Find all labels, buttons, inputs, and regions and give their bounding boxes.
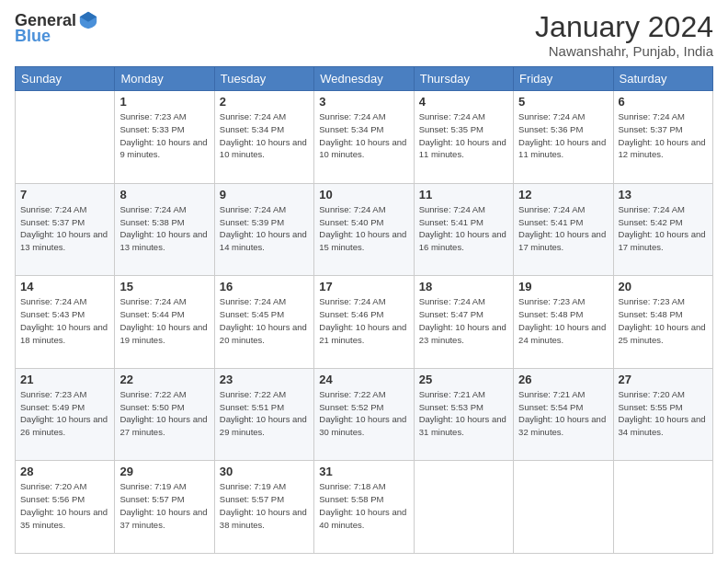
col-tuesday: Tuesday bbox=[214, 67, 313, 91]
calendar-cell: 23Sunrise: 7:22 AMSunset: 5:51 PMDayligh… bbox=[214, 368, 313, 461]
day-number: 7 bbox=[20, 188, 109, 201]
day-number: 31 bbox=[319, 465, 408, 478]
calendar-cell: 18Sunrise: 7:24 AMSunset: 5:47 PMDayligh… bbox=[414, 276, 513, 369]
calendar-cell: 3Sunrise: 7:24 AMSunset: 5:34 PMDaylight… bbox=[314, 91, 414, 184]
day-info: Sunrise: 7:24 AMSunset: 5:41 PMDaylight:… bbox=[419, 203, 508, 254]
day-info: Sunrise: 7:24 AMSunset: 5:44 PMDaylight:… bbox=[119, 295, 209, 346]
day-number: 21 bbox=[20, 373, 109, 386]
calendar-cell: 28Sunrise: 7:20 AMSunset: 5:56 PMDayligh… bbox=[16, 461, 115, 554]
day-info: Sunrise: 7:19 AMSunset: 5:57 PMDaylight:… bbox=[220, 480, 309, 531]
calendar-week-row: 28Sunrise: 7:20 AMSunset: 5:56 PMDayligh… bbox=[16, 461, 713, 554]
logo-blue: Blue bbox=[15, 27, 51, 46]
calendar-cell: 2Sunrise: 7:24 AMSunset: 5:34 PMDaylight… bbox=[214, 91, 313, 184]
day-number: 1 bbox=[119, 95, 209, 109]
day-number: 18 bbox=[419, 280, 508, 293]
calendar-week-row: 14Sunrise: 7:24 AMSunset: 5:43 PMDayligh… bbox=[16, 276, 713, 369]
calendar-week-row: 1Sunrise: 7:23 AMSunset: 5:33 PMDaylight… bbox=[16, 91, 713, 184]
calendar-cell: 16Sunrise: 7:24 AMSunset: 5:45 PMDayligh… bbox=[214, 276, 313, 369]
calendar-cell: 15Sunrise: 7:24 AMSunset: 5:44 PMDayligh… bbox=[115, 276, 214, 369]
day-info: Sunrise: 7:20 AMSunset: 5:55 PMDaylight:… bbox=[619, 388, 708, 439]
day-info: Sunrise: 7:23 AMSunset: 5:48 PMDaylight:… bbox=[619, 295, 708, 346]
calendar-cell: 11Sunrise: 7:24 AMSunset: 5:41 PMDayligh… bbox=[414, 183, 513, 276]
calendar-cell: 19Sunrise: 7:23 AMSunset: 5:48 PMDayligh… bbox=[514, 276, 613, 369]
calendar-cell: 20Sunrise: 7:23 AMSunset: 5:48 PMDayligh… bbox=[613, 276, 712, 369]
calendar-cell: 14Sunrise: 7:24 AMSunset: 5:43 PMDayligh… bbox=[16, 276, 115, 369]
day-info: Sunrise: 7:23 AMSunset: 5:33 PMDaylight:… bbox=[119, 110, 209, 161]
calendar-cell: 1Sunrise: 7:23 AMSunset: 5:33 PMDaylight… bbox=[115, 91, 214, 184]
day-number: 20 bbox=[619, 280, 708, 293]
day-info: Sunrise: 7:24 AMSunset: 5:43 PMDaylight:… bbox=[20, 295, 109, 346]
calendar-cell bbox=[613, 461, 712, 554]
calendar-cell: 5Sunrise: 7:24 AMSunset: 5:36 PMDaylight… bbox=[514, 91, 613, 184]
day-number: 27 bbox=[619, 373, 708, 386]
day-number: 12 bbox=[518, 188, 608, 201]
col-thursday: Thursday bbox=[414, 67, 513, 91]
calendar-cell: 6Sunrise: 7:24 AMSunset: 5:37 PMDaylight… bbox=[613, 91, 712, 184]
calendar-cell: 7Sunrise: 7:24 AMSunset: 5:37 PMDaylight… bbox=[16, 183, 115, 276]
day-number: 24 bbox=[319, 373, 408, 386]
day-info: Sunrise: 7:23 AMSunset: 5:49 PMDaylight:… bbox=[20, 388, 109, 439]
day-info: Sunrise: 7:22 AMSunset: 5:51 PMDaylight:… bbox=[220, 388, 309, 439]
calendar-week-row: 7Sunrise: 7:24 AMSunset: 5:37 PMDaylight… bbox=[16, 183, 713, 276]
calendar-cell: 22Sunrise: 7:22 AMSunset: 5:50 PMDayligh… bbox=[115, 368, 214, 461]
calendar-cell: 10Sunrise: 7:24 AMSunset: 5:40 PMDayligh… bbox=[314, 183, 414, 276]
day-info: Sunrise: 7:19 AMSunset: 5:57 PMDaylight:… bbox=[119, 480, 209, 531]
calendar-cell: 31Sunrise: 7:18 AMSunset: 5:58 PMDayligh… bbox=[314, 461, 414, 554]
logo: General Blue bbox=[15, 11, 98, 46]
day-info: Sunrise: 7:24 AMSunset: 5:42 PMDaylight:… bbox=[619, 203, 708, 254]
day-info: Sunrise: 7:24 AMSunset: 5:34 PMDaylight:… bbox=[220, 110, 309, 161]
calendar-cell: 24Sunrise: 7:22 AMSunset: 5:52 PMDayligh… bbox=[314, 368, 414, 461]
day-info: Sunrise: 7:24 AMSunset: 5:37 PMDaylight:… bbox=[20, 203, 109, 254]
calendar-cell bbox=[514, 461, 613, 554]
day-number: 30 bbox=[220, 465, 309, 478]
day-info: Sunrise: 7:18 AMSunset: 5:58 PMDaylight:… bbox=[319, 480, 408, 531]
calendar-cell bbox=[414, 461, 513, 554]
day-number: 15 bbox=[119, 280, 209, 293]
day-number: 14 bbox=[20, 280, 109, 293]
page-title: January 2024 bbox=[535, 11, 713, 43]
day-number: 19 bbox=[518, 280, 608, 293]
location-title: Nawanshahr, Punjab, India bbox=[535, 43, 713, 59]
col-saturday: Saturday bbox=[613, 67, 712, 91]
day-number: 11 bbox=[419, 188, 508, 201]
col-wednesday: Wednesday bbox=[314, 67, 414, 91]
day-number: 6 bbox=[619, 95, 708, 109]
day-number: 3 bbox=[319, 95, 408, 109]
calendar-cell: 30Sunrise: 7:19 AMSunset: 5:57 PMDayligh… bbox=[214, 461, 313, 554]
col-sunday: Sunday bbox=[16, 67, 115, 91]
calendar-cell: 4Sunrise: 7:24 AMSunset: 5:35 PMDaylight… bbox=[414, 91, 513, 184]
calendar-header-row: Sunday Monday Tuesday Wednesday Thursday… bbox=[16, 67, 713, 91]
day-info: Sunrise: 7:24 AMSunset: 5:46 PMDaylight:… bbox=[319, 295, 408, 346]
day-number: 26 bbox=[518, 373, 608, 386]
day-number: 4 bbox=[419, 95, 508, 109]
calendar-cell: 13Sunrise: 7:24 AMSunset: 5:42 PMDayligh… bbox=[613, 183, 712, 276]
calendar-cell: 12Sunrise: 7:24 AMSunset: 5:41 PMDayligh… bbox=[514, 183, 613, 276]
calendar-cell: 29Sunrise: 7:19 AMSunset: 5:57 PMDayligh… bbox=[115, 461, 214, 554]
logo-icon bbox=[78, 10, 98, 30]
day-number: 13 bbox=[619, 188, 708, 201]
calendar-cell: 17Sunrise: 7:24 AMSunset: 5:46 PMDayligh… bbox=[314, 276, 414, 369]
day-number: 10 bbox=[319, 188, 408, 201]
day-info: Sunrise: 7:21 AMSunset: 5:53 PMDaylight:… bbox=[419, 388, 508, 439]
calendar-cell: 26Sunrise: 7:21 AMSunset: 5:54 PMDayligh… bbox=[514, 368, 613, 461]
day-info: Sunrise: 7:24 AMSunset: 5:41 PMDaylight:… bbox=[518, 203, 608, 254]
page-header: General Blue January 2024 Nawanshahr, Pu… bbox=[15, 11, 713, 59]
day-info: Sunrise: 7:24 AMSunset: 5:40 PMDaylight:… bbox=[319, 203, 408, 254]
day-info: Sunrise: 7:24 AMSunset: 5:37 PMDaylight:… bbox=[619, 110, 708, 161]
day-number: 2 bbox=[220, 95, 309, 109]
day-info: Sunrise: 7:21 AMSunset: 5:54 PMDaylight:… bbox=[518, 388, 608, 439]
day-info: Sunrise: 7:24 AMSunset: 5:45 PMDaylight:… bbox=[220, 295, 309, 346]
day-info: Sunrise: 7:23 AMSunset: 5:48 PMDaylight:… bbox=[518, 295, 608, 346]
day-number: 16 bbox=[220, 280, 309, 293]
day-info: Sunrise: 7:24 AMSunset: 5:38 PMDaylight:… bbox=[119, 203, 209, 254]
day-number: 29 bbox=[119, 465, 209, 478]
day-info: Sunrise: 7:24 AMSunset: 5:47 PMDaylight:… bbox=[419, 295, 508, 346]
day-number: 23 bbox=[220, 373, 309, 386]
day-info: Sunrise: 7:22 AMSunset: 5:50 PMDaylight:… bbox=[119, 388, 209, 439]
day-number: 25 bbox=[419, 373, 508, 386]
day-info: Sunrise: 7:22 AMSunset: 5:52 PMDaylight:… bbox=[319, 388, 408, 439]
calendar-cell: 27Sunrise: 7:20 AMSunset: 5:55 PMDayligh… bbox=[613, 368, 712, 461]
calendar-cell: 9Sunrise: 7:24 AMSunset: 5:39 PMDaylight… bbox=[214, 183, 313, 276]
day-number: 9 bbox=[220, 188, 309, 201]
day-number: 28 bbox=[20, 465, 109, 478]
